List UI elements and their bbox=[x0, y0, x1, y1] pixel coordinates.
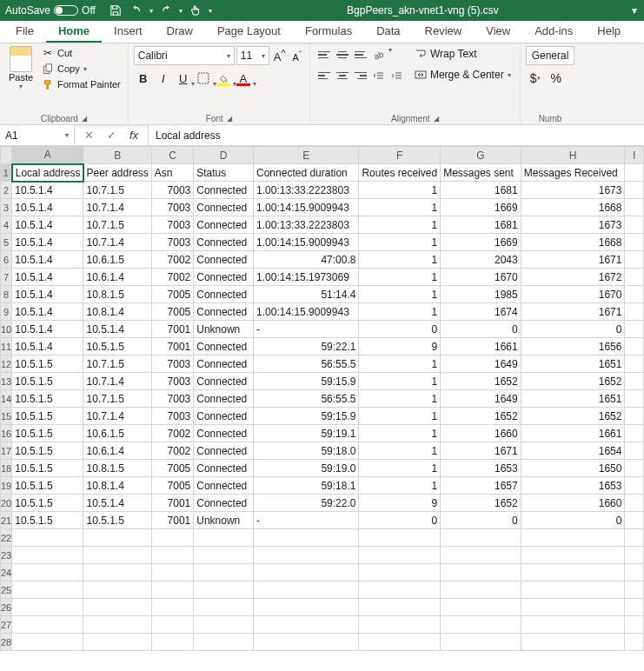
cell[interactable]: 0 bbox=[359, 512, 441, 529]
cell[interactable]: 10.7.1.5 bbox=[83, 355, 151, 373]
cell[interactable]: 1681 bbox=[441, 182, 521, 199]
cut-button[interactable]: ✂ Cut bbox=[40, 46, 123, 60]
cell[interactable] bbox=[254, 547, 359, 564]
cell[interactable]: 1652 bbox=[441, 373, 521, 390]
cell[interactable] bbox=[254, 581, 359, 599]
cell[interactable]: Connected bbox=[194, 234, 254, 251]
cell[interactable]: 9 bbox=[359, 495, 441, 512]
cell[interactable] bbox=[625, 355, 644, 373]
cell[interactable] bbox=[625, 529, 644, 547]
cell[interactable]: 59:19.0 bbox=[254, 460, 359, 477]
cell[interactable]: Connected bbox=[194, 373, 254, 390]
cell[interactable]: 1653 bbox=[521, 477, 625, 495]
redo-button[interactable] bbox=[156, 1, 176, 20]
cell[interactable]: 10.5.1.4 bbox=[12, 182, 83, 199]
cell[interactable] bbox=[12, 529, 83, 547]
cell[interactable]: 1661 bbox=[521, 425, 625, 442]
row-header[interactable]: 24 bbox=[1, 564, 12, 581]
cell[interactable]: 7003 bbox=[151, 408, 193, 425]
cell[interactable]: 1.00:13:33.2223803 bbox=[254, 216, 359, 234]
cell[interactable] bbox=[521, 547, 625, 564]
formula-bar[interactable]: Local address bbox=[149, 125, 644, 145]
cell[interactable] bbox=[521, 564, 625, 581]
cell[interactable]: 1.00:14:15.9009943 bbox=[254, 303, 359, 321]
dialog-launcher[interactable]: ◢ bbox=[227, 115, 232, 123]
cell[interactable] bbox=[83, 634, 151, 651]
cell[interactable]: 1.00:14:15.9009943 bbox=[254, 234, 359, 251]
cell[interactable]: 1670 bbox=[521, 286, 625, 303]
cell[interactable] bbox=[151, 599, 193, 616]
tab-data[interactable]: Data bbox=[364, 21, 412, 43]
row-header[interactable]: 28 bbox=[1, 634, 12, 651]
cell[interactable]: 47:00.8 bbox=[254, 251, 359, 269]
cell[interactable] bbox=[625, 581, 644, 599]
row-header[interactable]: 14 bbox=[1, 390, 12, 408]
cell[interactable] bbox=[151, 564, 193, 581]
cell[interactable]: Connected bbox=[194, 477, 254, 495]
cell[interactable] bbox=[12, 547, 83, 564]
col-header-E[interactable]: E bbox=[254, 147, 359, 164]
percent-format-button[interactable]: % bbox=[547, 69, 566, 88]
cell[interactable]: 1672 bbox=[521, 269, 625, 286]
cell[interactable]: 1661 bbox=[441, 338, 521, 355]
cell[interactable]: 7002 bbox=[151, 269, 193, 286]
cell[interactable]: 10.5.1.5 bbox=[12, 355, 83, 373]
cell[interactable]: Asn bbox=[151, 164, 193, 182]
merge-center-button[interactable]: Merge & Center ▾ bbox=[411, 67, 515, 83]
cell[interactable]: 1668 bbox=[521, 199, 625, 216]
cell[interactable] bbox=[359, 599, 441, 616]
align-middle-button[interactable] bbox=[334, 46, 351, 63]
cell[interactable]: 1671 bbox=[521, 251, 625, 269]
select-all-corner[interactable] bbox=[1, 147, 12, 164]
cell[interactable] bbox=[625, 495, 644, 512]
cell[interactable] bbox=[625, 338, 644, 355]
col-header-D[interactable]: D bbox=[194, 147, 254, 164]
undo-dropdown[interactable]: ▾ bbox=[148, 7, 155, 15]
cell[interactable]: 1 bbox=[359, 425, 441, 442]
format-painter-button[interactable]: Format Painter bbox=[40, 77, 123, 91]
cell[interactable] bbox=[194, 634, 254, 651]
cell[interactable]: 10.6.1.4 bbox=[83, 442, 151, 460]
cell[interactable]: 10.5.1.4 bbox=[12, 216, 83, 234]
cell[interactable]: 1651 bbox=[521, 390, 625, 408]
enter-formula-button[interactable]: ✓ bbox=[101, 127, 122, 144]
row-header[interactable]: 8 bbox=[1, 286, 12, 303]
cell[interactable] bbox=[625, 373, 644, 390]
row-header[interactable]: 22 bbox=[1, 529, 12, 547]
cell[interactable]: 0 bbox=[521, 321, 625, 338]
cell[interactable] bbox=[194, 564, 254, 581]
cell[interactable]: 10.5.1.5 bbox=[12, 460, 83, 477]
row-header[interactable]: 21 bbox=[1, 512, 12, 529]
cell[interactable]: 1681 bbox=[441, 216, 521, 234]
italic-button[interactable]: I bbox=[154, 69, 173, 88]
cell[interactable]: 59:22.0 bbox=[254, 495, 359, 512]
cell[interactable]: 1660 bbox=[521, 495, 625, 512]
cell[interactable] bbox=[625, 442, 644, 460]
cell[interactable]: 10.5.1.4 bbox=[12, 338, 83, 355]
tab-draw[interactable]: Draw bbox=[155, 21, 205, 43]
cell[interactable]: 56:55.5 bbox=[254, 355, 359, 373]
row-header[interactable]: 4 bbox=[1, 216, 12, 234]
cell[interactable] bbox=[83, 529, 151, 547]
cell[interactable]: 10.7.1.5 bbox=[83, 216, 151, 234]
cell[interactable] bbox=[194, 599, 254, 616]
cell[interactable]: 59:15.9 bbox=[254, 373, 359, 390]
cell[interactable] bbox=[359, 634, 441, 651]
row-header[interactable]: 1 bbox=[1, 164, 12, 182]
cell[interactable] bbox=[12, 581, 83, 599]
cell[interactable] bbox=[625, 216, 644, 234]
tab-view[interactable]: View bbox=[474, 21, 522, 43]
cell[interactable] bbox=[441, 616, 521, 634]
cell[interactable]: 10.5.1.5 bbox=[12, 390, 83, 408]
border-button[interactable]: ▾ bbox=[194, 69, 213, 88]
cell[interactable] bbox=[83, 599, 151, 616]
cell[interactable]: 1669 bbox=[441, 199, 521, 216]
cell[interactable]: 10.5.1.5 bbox=[83, 512, 151, 529]
cell[interactable]: 7005 bbox=[151, 286, 193, 303]
cell[interactable]: Unknown bbox=[194, 321, 254, 338]
fill-color-button[interactable]: ▾ bbox=[214, 69, 233, 88]
row-header[interactable]: 9 bbox=[1, 303, 12, 321]
cell[interactable]: Peer address bbox=[83, 164, 151, 182]
cell[interactable]: Connected bbox=[194, 408, 254, 425]
cell[interactable]: 1.00:13:33.2223803 bbox=[254, 182, 359, 199]
